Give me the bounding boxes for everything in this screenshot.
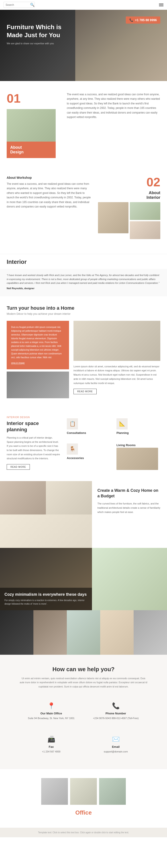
gallery-img-1 (0, 610, 33, 655)
cozy-warm-section: Create a Warm & Cozy Home on a Budget Th… (0, 481, 167, 548)
everywhere-left: Cozy minimalism is everywhere these days… (0, 548, 92, 610)
planning-card-title: Planning (116, 431, 158, 435)
office-label: Our Main Office (27, 712, 76, 715)
gallery-img-5 (134, 610, 167, 655)
office-title: Office (7, 809, 160, 816)
consultations-icon: 📋 (67, 418, 78, 429)
section01-right: The event was a success, and we realized… (67, 92, 160, 119)
interior-img-2 (130, 202, 160, 220)
consultations-title: Consultations (67, 431, 108, 435)
cozy-warm-title: Create a Warm & Cozy Home on a Budget (98, 488, 162, 499)
email-label: Email (91, 745, 140, 748)
gallery-img-2 (33, 610, 67, 655)
planning-right: 📋 Consultations 📐 Planning 🪑 Accessories… (65, 416, 160, 472)
house-section: Turn your house into a Home Modern Décor… (0, 296, 167, 407)
about-interior-section: About Workshop The event was a success, … (0, 169, 167, 254)
read-more-button[interactable]: READ MORE (73, 389, 97, 394)
hero-phone-number: +1 785 88 9996 (135, 18, 157, 22)
help-section: How can we help you? Ut enim ad minim ve… (0, 655, 167, 769)
interior-img-3 (130, 221, 160, 239)
contact-office: 📍 Our Main Office Suite 94 Broadway, St.… (22, 698, 80, 725)
office-img-3 (99, 778, 126, 805)
living-rooms-title: Living Rooms (116, 443, 158, 447)
about-design-section: 01 About Design The event was a success,… (0, 81, 167, 169)
site-header: 🔍 (0, 0, 167, 10)
help-title: How can we help you? (7, 666, 160, 673)
orange-link[interactable]: orgo.in image (11, 362, 25, 364)
section01-number: 01 (7, 92, 60, 105)
hero-phone-button[interactable]: 📞 +1 785 88 9996 (126, 17, 160, 24)
section02-number: 02 (98, 176, 160, 188)
interior-heading: Interior (0, 254, 167, 269)
planning-card-consultations: 📋 Consultations (65, 416, 111, 438)
section02-label: About Interior (98, 191, 160, 200)
cozy-left-images (0, 481, 92, 548)
planning-read-more-button[interactable]: READ MORE (7, 464, 30, 470)
everywhere-section: Cozy minimalism is everywhere these days… (0, 548, 167, 610)
accessories-icon: 🪑 (67, 443, 78, 455)
hero-title: Furniture Which is Made Just for You (7, 23, 69, 39)
planning-grid: Interior Design Interior space planning … (7, 416, 160, 472)
cozy-right-content: Create a Warm & Cozy Home on a Budget Th… (92, 481, 167, 548)
house-left: Duis eu feugiat pretium nibh ipsum conse… (7, 321, 69, 398)
interior-imgs-stack (130, 202, 160, 239)
house-right: Lorem ipsum dolor sit amet, consectetur … (73, 321, 160, 398)
planning-section: Interior Design Interior space planning … (0, 407, 167, 481)
hero-subtitle: We are glad to share our expertise with … (7, 42, 69, 45)
office-img-1 (41, 778, 68, 805)
testimonial-author: Neil Reynolds, designer (7, 287, 160, 290)
everywhere-overlay: Cozy minimalism is everywhere these days… (0, 588, 92, 610)
fax-label: Fax (27, 745, 76, 748)
gallery-img-3 (67, 610, 100, 655)
office-img-2 (70, 778, 97, 805)
office-value: Suite 94 Broadway, St. New York, NY 1001 (27, 716, 76, 720)
cozy-image-grid (0, 481, 92, 548)
planning-icon: 📐 (116, 418, 128, 429)
about-design-image: About Design (7, 109, 56, 158)
section02-right: 02 About Interior (98, 176, 160, 243)
everywhere-title: Cozy minimalism is everywhere these days (4, 592, 88, 597)
search-icon: 🔍 (30, 3, 35, 7)
section01-left: 01 About Design (7, 92, 60, 158)
section01-text: The event was a success, and we realized… (67, 92, 160, 119)
hamburger-menu[interactable] (159, 4, 163, 6)
footer: Template text: Click to select this text… (0, 828, 167, 837)
section02-text: The event was a success, and we realized… (7, 182, 91, 209)
office-section: Office (0, 769, 167, 828)
email-icon: ✉️ (91, 736, 140, 743)
cozy-warm-text: The curved lines of the furniture, the s… (98, 502, 162, 514)
footer-text: Template text: Click to select this text… (7, 831, 160, 834)
planning-tag: Interior Design (7, 416, 60, 418)
planning-card-planning: 📐 Planning (114, 416, 160, 438)
hero-section: 📞 +1 785 88 9996 Furniture Which is Made… (0, 10, 167, 81)
phone-icon: 📞 (129, 18, 133, 22)
contact-grid: 📍 Our Main Office Suite 94 Broadway, St.… (22, 698, 145, 758)
orange-text: Duis eu feugiat pretium nibh ipsum conse… (11, 325, 65, 359)
house-sofa-image (7, 372, 69, 398)
phone-contact-icon: 📞 (91, 702, 140, 710)
house-room-image (73, 321, 160, 361)
fax-icon: 📠 (27, 736, 76, 743)
testimonial-section: "I have known and worked closely with Ri… (0, 269, 167, 296)
everywhere-bg-image: Cozy minimalism is everywhere these days… (0, 548, 92, 610)
gallery-img-4 (100, 610, 134, 655)
search-bar[interactable]: 🔍 (4, 2, 35, 8)
planning-card-living-rooms: Living Rooms (114, 441, 160, 472)
phone-value: +234 9076-5043 888-012-4567 (Toll-Free) (91, 716, 140, 720)
search-input[interactable] (6, 3, 30, 6)
testimonial-text: "I have known and worked closely with Ri… (7, 273, 160, 285)
phone-label: Phone Number (91, 712, 140, 715)
office-icon: 📍 (27, 702, 76, 710)
house-content: Duis eu feugiat pretium nibh ipsum conse… (7, 321, 160, 398)
orange-text-box: Duis eu feugiat pretium nibh ipsum conse… (7, 321, 69, 369)
everywhere-right-image (92, 548, 167, 610)
workshop-title: About Workshop (7, 176, 91, 180)
house-right-text: Lorem ipsum dolor sit amet, consectetur … (73, 365, 160, 385)
cozy-img-bottom (0, 515, 92, 548)
everywhere-text: For simply cozy minimalism is a reaction… (4, 599, 88, 606)
living-room-image (116, 448, 158, 470)
section02-images (98, 202, 160, 239)
about-design-label: About Design (7, 142, 56, 158)
planning-title: Interior space planning (7, 420, 60, 433)
house-subtitle: Modern Décor to help you achieve your dr… (7, 312, 160, 315)
